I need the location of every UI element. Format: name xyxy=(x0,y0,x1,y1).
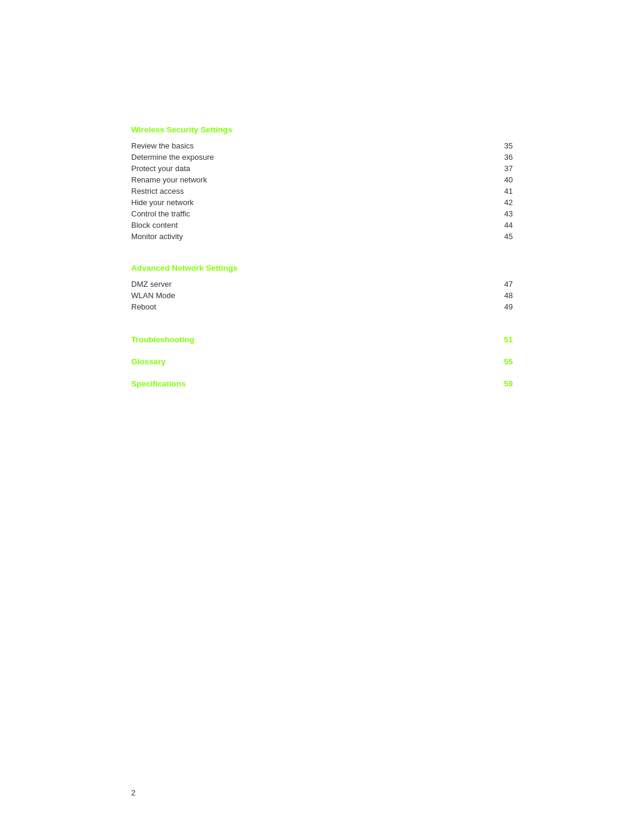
entry-label: Specifications xyxy=(131,379,495,388)
wireless-security-section: Wireless Security Settings Review the ba… xyxy=(131,125,513,242)
entry-label: Hide your network xyxy=(131,198,495,207)
entry-page: 40 xyxy=(495,175,513,184)
toc-entry-determine-exposure: Determine the exposure 36 xyxy=(131,151,513,163)
entry-page: 35 xyxy=(495,141,513,150)
toc-entry-hide-network: Hide your network 42 xyxy=(131,197,513,208)
entry-label: Review the basics xyxy=(131,141,495,150)
toc-entry-reboot: Reboot 49 xyxy=(131,301,513,312)
toc-entry-wlan-mode: WLAN Mode 48 xyxy=(131,290,513,301)
entry-page: 55 xyxy=(495,357,513,366)
entry-page: 44 xyxy=(495,221,513,230)
toc-entry-rename-network: Rename your network 40 xyxy=(131,174,513,185)
toc-entry-glossary: Glossary 55 xyxy=(131,356,513,367)
entry-label: Rename your network xyxy=(131,175,495,184)
entry-page: 43 xyxy=(495,209,513,218)
entry-page: 42 xyxy=(495,198,513,207)
entry-page: 36 xyxy=(495,153,513,162)
advanced-network-section: Advanced Network Settings DMZ server 47 … xyxy=(131,264,513,312)
toc-entry-block-content: Block content 44 xyxy=(131,219,513,231)
entry-label: Reboot xyxy=(131,302,495,311)
entry-page: 47 xyxy=(495,280,513,289)
entry-label: WLAN Mode xyxy=(131,291,495,300)
entry-label: Monitor activity xyxy=(131,232,495,241)
entry-page: 51 xyxy=(495,335,513,344)
entry-label: Determine the exposure xyxy=(131,153,495,162)
page-content: Wireless Security Settings Review the ba… xyxy=(0,0,644,448)
entry-page: 45 xyxy=(495,232,513,241)
entry-page: 48 xyxy=(495,291,513,300)
entry-label: Glossary xyxy=(131,357,495,366)
entry-label: Troubleshooting xyxy=(131,335,495,344)
entry-page: 41 xyxy=(495,187,513,196)
entry-label: Control the traffic xyxy=(131,209,495,218)
toc-entry-protect-data: Protect your data 37 xyxy=(131,163,513,174)
page-number: 2 xyxy=(131,788,135,797)
wireless-security-heading: Wireless Security Settings xyxy=(131,125,513,134)
entry-label: Restrict access xyxy=(131,187,495,196)
toc-entry-review-basics: Review the basics 35 xyxy=(131,140,513,151)
toc-entry-control-traffic: Control the traffic 43 xyxy=(131,208,513,219)
toc-entry-dmz-server: DMZ server 47 xyxy=(131,278,513,290)
entry-page: 59 xyxy=(495,379,513,388)
toc-entry-restrict-access: Restrict access 41 xyxy=(131,185,513,197)
toc-entry-specifications: Specifications 59 xyxy=(131,378,513,389)
advanced-network-heading: Advanced Network Settings xyxy=(131,264,513,272)
entry-label: Block content xyxy=(131,221,495,230)
entry-label: DMZ server xyxy=(131,280,495,289)
entry-page: 49 xyxy=(495,302,513,311)
toc-entry-monitor-activity: Monitor activity 45 xyxy=(131,231,513,242)
toc-entry-troubleshooting: Troubleshooting 51 xyxy=(131,334,513,345)
entry-label: Protect your data xyxy=(131,164,495,173)
entry-page: 37 xyxy=(495,164,513,173)
